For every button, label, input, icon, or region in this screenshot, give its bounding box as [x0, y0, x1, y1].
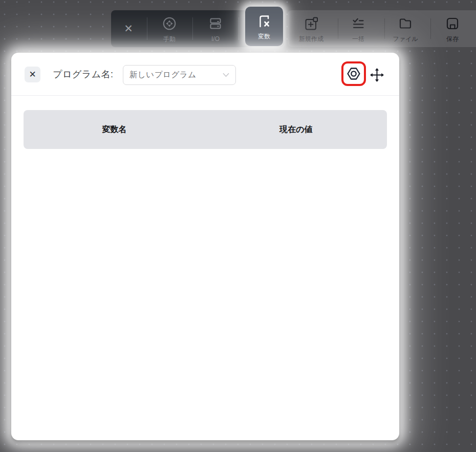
toolbar-button-label: ファイル: [393, 36, 418, 42]
file-folder-icon: [398, 16, 413, 33]
toolbar-button-label: 変数: [258, 33, 270, 39]
settings-button[interactable]: [346, 66, 361, 81]
toolbar-button-new[interactable]: 新規作成: [288, 10, 335, 47]
close-icon: ✕: [29, 69, 36, 80]
column-header-current-value: 現在の値: [205, 124, 387, 135]
toolbar-button-save[interactable]: 保存: [429, 10, 476, 47]
toolbar-button-label: 一括: [352, 36, 364, 42]
toolbar-divider: [338, 18, 338, 39]
toolbar-divider: [147, 17, 147, 40]
new-document-icon: [304, 16, 319, 33]
variables-table-empty-body: [24, 149, 387, 436]
chevron-down-icon: [223, 73, 229, 77]
toolbar-button-batch[interactable]: 一括: [335, 10, 382, 47]
toolbar-button-label: 保存: [446, 36, 459, 42]
toolbar-close-button[interactable]: ✕: [116, 10, 141, 47]
move-arrows-icon: [370, 68, 384, 82]
toolbar-divider: [192, 17, 193, 40]
batch-list-icon: [351, 16, 366, 33]
toolbar-divider: [430, 18, 431, 39]
gear-icon: [346, 66, 361, 81]
variables-table-header: 変数名 現在の値: [24, 110, 387, 149]
toolbar-button-file[interactable]: ファイル: [382, 10, 429, 47]
toolbar-button-io[interactable]: I/O: [196, 10, 235, 47]
column-header-variable-name: 変数名: [24, 124, 205, 135]
fx-variable-icon: [256, 13, 272, 31]
program-select-value: 新しいプログラム: [129, 70, 223, 80]
toolbar-right-group: 新規作成 一括 ファイル: [288, 10, 476, 47]
program-select[interactable]: 新しいプログラム: [123, 65, 236, 85]
save-disk-icon: [445, 16, 460, 33]
toolbar-button-label: I/O: [211, 36, 220, 42]
io-panel-icon: [208, 16, 223, 33]
dialog-header: ✕ プログラム名: 新しいプログラム: [11, 53, 399, 96]
move-handle[interactable]: [370, 68, 384, 82]
variables-dialog: ✕ プログラム名: 新しいプログラム: [11, 53, 399, 440]
dialog-close-button[interactable]: ✕: [25, 67, 40, 82]
toolbar-divider: [384, 18, 385, 39]
settings-highlight-ring: [341, 61, 366, 86]
program-name-label: プログラム名:: [53, 53, 114, 96]
toolbar-button-manual[interactable]: 手動: [149, 10, 189, 47]
toolbar-button-label: 新規作成: [299, 36, 323, 42]
toolbar-button-variables-active[interactable]: 変数: [245, 7, 283, 46]
canvas-background: ✕ 手動: [0, 0, 476, 452]
toolbar-button-label: 手動: [163, 36, 176, 42]
close-icon: ✕: [124, 23, 133, 35]
dpad-icon: [162, 16, 177, 33]
toolbar-divider: [239, 17, 239, 40]
